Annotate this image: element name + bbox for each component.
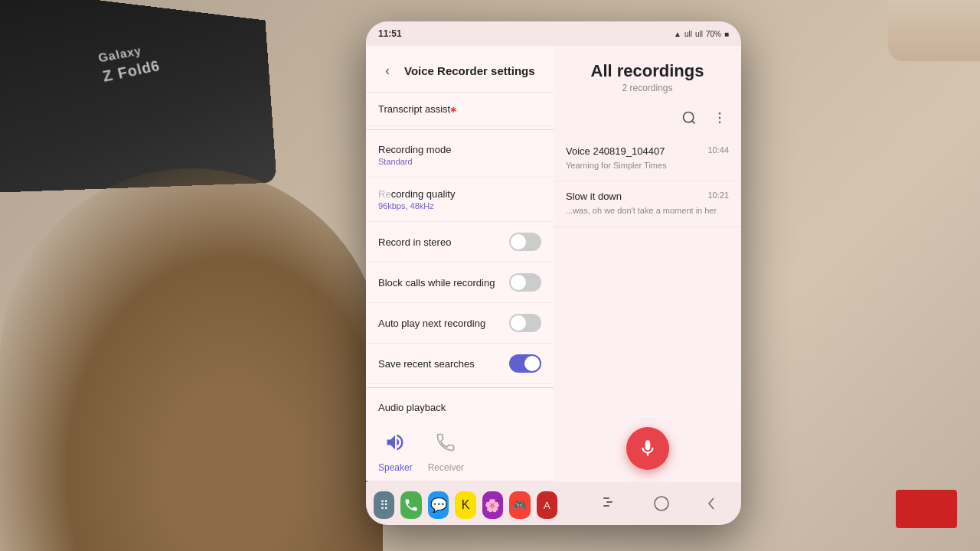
block-calls-toggle[interactable] xyxy=(509,273,541,292)
lte-icon: ull xyxy=(695,30,703,38)
speaker-option[interactable]: Speaker xyxy=(378,425,413,473)
messages-app-icon[interactable]: 💬 xyxy=(428,491,449,519)
settings-panel: ‹ Voice Recorder settings Transcript ass… xyxy=(366,46,554,481)
settings-list: Transcript assist✱ Recording mode Standa… xyxy=(366,93,554,475)
top-right-decoration xyxy=(888,0,980,61)
recording-quality-value: 96kbps, 48kHz xyxy=(378,201,455,210)
svg-rect-7 xyxy=(603,505,609,507)
recording-1-name: Voice 240819_104407 xyxy=(566,145,665,157)
recording-2-name: Slow it down xyxy=(566,191,622,202)
svg-rect-6 xyxy=(606,501,612,503)
status-bar: 11:51 ▲ ull ull 70% ■ xyxy=(366,21,741,46)
more-options-button[interactable] xyxy=(707,106,732,130)
receiver-icon xyxy=(429,425,462,459)
recordings-header: All recordings 2 recordings xyxy=(554,46,741,99)
recording-mode-label: Recording mode xyxy=(378,144,451,155)
apps-grid-button[interactable]: ⠿ xyxy=(374,491,394,519)
recordings-panel: All recordings 2 recordings Voice xyxy=(554,46,741,482)
wifi-icon: ull xyxy=(684,30,692,38)
speaker-icon xyxy=(378,425,412,459)
back-button[interactable]: ‹ xyxy=(377,60,398,81)
recording-1-subtitle: Yearning for Simpler Times xyxy=(566,160,729,171)
recordings-count: 2 recordings xyxy=(566,83,729,93)
save-searches-toggle[interactable] xyxy=(509,354,541,373)
nav-menu-button[interactable] xyxy=(597,490,625,517)
auto-play-label: Auto play next recording xyxy=(378,318,485,329)
transcript-assist-item[interactable]: Transcript assist✱ xyxy=(366,93,554,126)
recording-mode-value: Standard xyxy=(378,157,451,166)
recording-quality-item[interactable]: Recording quality 96kbps, 48kHz xyxy=(366,178,554,222)
record-button[interactable] xyxy=(626,427,669,470)
svg-point-3 xyxy=(719,117,721,119)
divider2 xyxy=(366,387,554,388)
flower-app-icon[interactable]: 🌸 xyxy=(482,491,503,519)
battery-icon: ■ xyxy=(724,30,729,38)
signal-icon: ▲ xyxy=(674,30,681,38)
svg-rect-5 xyxy=(603,497,609,499)
nav-home-button[interactable] xyxy=(648,490,675,517)
laptop-background: Galaxy Z Fold6 xyxy=(0,0,277,194)
auto-play-item[interactable]: Auto play next recording xyxy=(366,303,554,344)
recordings-toolbar xyxy=(554,99,741,136)
divider1 xyxy=(366,129,554,130)
svg-line-1 xyxy=(692,121,695,124)
svg-point-2 xyxy=(719,112,721,115)
recording-2-duration: 10:21 xyxy=(707,191,729,200)
receiver-option[interactable]: Receiver xyxy=(428,425,464,473)
laptop-brand: Galaxy Z Fold6 xyxy=(96,42,162,86)
recording-item-1[interactable]: Voice 240819_104407 10:44 Yearning for S… xyxy=(554,136,741,181)
pdf-app-icon[interactable]: A xyxy=(537,491,557,519)
save-searches-item[interactable]: Save recent searches xyxy=(366,344,554,384)
hand-background xyxy=(0,168,383,551)
kakao-app-icon[interactable]: K xyxy=(455,491,475,519)
speaker-label: Speaker xyxy=(378,462,413,473)
status-icons: ▲ ull ull 70% ■ xyxy=(674,30,729,38)
recording-quality-label: Recording quality xyxy=(378,188,455,200)
block-calls-item[interactable]: Block calls while recording xyxy=(366,262,554,303)
bottom-navigation: ⠿ 💬 K 🌸 🎮 A xyxy=(366,482,741,525)
recording-2-subtitle: ...was, oh we don't take a moment in her xyxy=(566,205,729,217)
settings-title: Voice Recorder settings xyxy=(404,64,535,77)
phone-app-icon[interactable] xyxy=(400,491,421,519)
recording-item-1-top: Voice 240819_104407 10:44 xyxy=(566,145,729,157)
recording-item-2-top: Slow it down 10:21 xyxy=(566,191,729,202)
battery-text: 70% xyxy=(706,30,721,38)
record-stereo-toggle[interactable] xyxy=(509,233,541,251)
settings-header: ‹ Voice Recorder settings xyxy=(366,46,554,93)
svg-point-4 xyxy=(719,122,721,124)
status-time: 11:51 xyxy=(378,28,402,39)
audio-options: Speaker Receiver xyxy=(366,419,554,475)
receiver-label: Receiver xyxy=(428,462,464,473)
svg-point-8 xyxy=(655,497,668,510)
audio-playback-title: Audio playback xyxy=(366,391,554,419)
tablet-device: 11:51 ▲ ull ull 70% ■ ‹ Voice Recorder s… xyxy=(366,21,741,525)
record-stereo-label: Record in stereo xyxy=(378,236,451,248)
svg-point-0 xyxy=(684,112,694,122)
record-stereo-item[interactable]: Record in stereo xyxy=(366,222,554,262)
recording-item-2[interactable]: Slow it down 10:21 ...was, oh we don't t… xyxy=(554,181,741,227)
bottom-right-card xyxy=(896,490,957,528)
game-app-icon[interactable]: 🎮 xyxy=(509,491,530,519)
recording-mode-item[interactable]: Recording mode Standard xyxy=(366,133,554,178)
recording-1-duration: 10:44 xyxy=(707,145,729,155)
search-button[interactable] xyxy=(677,106,701,130)
save-searches-label: Save recent searches xyxy=(378,358,475,370)
nav-back-button[interactable] xyxy=(698,490,726,517)
block-calls-label: Block calls while recording xyxy=(378,277,495,289)
recordings-title: All recordings xyxy=(566,61,729,81)
auto-play-toggle[interactable] xyxy=(509,314,541,332)
transcript-assist-label: Transcript assist✱ xyxy=(378,103,456,115)
